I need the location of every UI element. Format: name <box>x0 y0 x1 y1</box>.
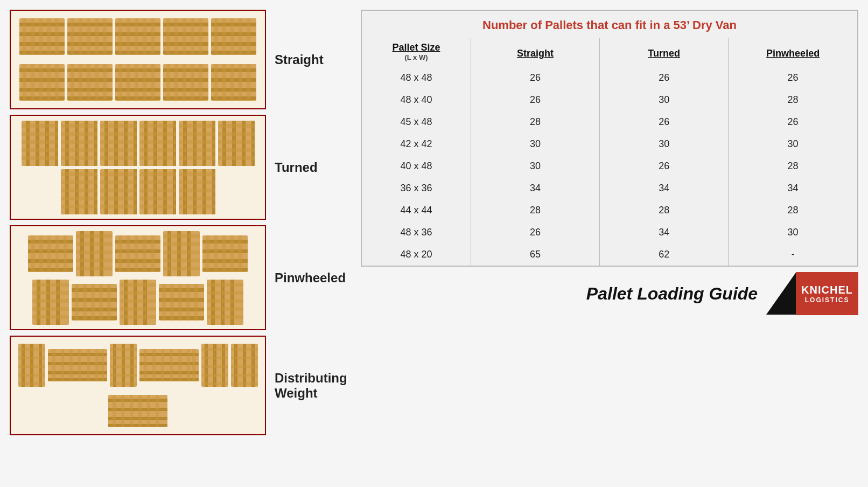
svg-rect-321 <box>110 357 137 359</box>
svg-rect-135 <box>139 124 176 128</box>
cell-turned: 30 <box>600 89 729 111</box>
svg-rect-58 <box>47 64 51 101</box>
pallet-icon <box>32 280 69 325</box>
svg-rect-332 <box>161 349 164 381</box>
svg-rect-38 <box>191 18 194 55</box>
svg-rect-116 <box>61 132 97 136</box>
cell-straight: 26 <box>471 221 599 244</box>
col-pallet-size: Pallet Size (L x W) <box>362 38 471 67</box>
svg-rect-29 <box>151 18 155 55</box>
svg-rect-36 <box>174 18 178 55</box>
pinwheeled-row: Pinwheeled <box>10 225 350 330</box>
svg-rect-88 <box>191 64 194 101</box>
table-row: 48 x 20 65 62 - <box>362 244 857 266</box>
cell-size: 48 x 48 <box>362 67 471 89</box>
svg-rect-37 <box>183 18 186 55</box>
table-row: 44 x 44 28 28 28 <box>362 199 857 221</box>
svg-rect-247 <box>238 235 242 272</box>
svg-rect-129 <box>100 156 137 160</box>
svg-rect-227 <box>143 235 146 272</box>
svg-rect-284 <box>186 284 190 321</box>
svg-rect-15 <box>71 18 74 55</box>
cell-size: 48 x 40 <box>362 89 471 111</box>
svg-rect-275 <box>120 315 156 319</box>
svg-rect-6 <box>31 18 34 55</box>
svg-rect-119 <box>61 156 97 160</box>
cell-size: 45 x 48 <box>362 111 471 133</box>
svg-rect-362 <box>130 395 133 427</box>
svg-rect-17 <box>87 18 90 55</box>
svg-rect-266 <box>107 284 111 321</box>
svg-rect-209 <box>64 235 67 272</box>
svg-rect-331 <box>152 349 156 381</box>
cell-pinwheeled: 28 <box>729 199 857 221</box>
cell-straight: 26 <box>471 89 599 111</box>
cell-pinwheeled: 30 <box>729 221 857 244</box>
svg-rect-126 <box>100 132 137 136</box>
turned-row: Turned <box>10 115 350 220</box>
svg-rect-262 <box>75 284 79 321</box>
svg-rect-167 <box>61 189 97 192</box>
pallet-icon <box>67 18 113 55</box>
straight-header: Straight <box>517 48 554 59</box>
cell-turned: 26 <box>600 155 729 177</box>
svg-rect-59 <box>55 64 59 101</box>
svg-rect-87 <box>183 64 186 101</box>
svg-rect-274 <box>120 307 156 311</box>
svg-rect-48 <box>239 18 242 55</box>
svg-rect-26 <box>127 18 130 55</box>
svg-rect-285 <box>194 284 198 321</box>
pallet-icon <box>179 169 215 214</box>
right-panel: Number of Pallets that can fit in a 53’ … <box>355 0 868 321</box>
svg-rect-78 <box>143 64 146 101</box>
svg-rect-136 <box>139 132 176 136</box>
svg-rect-244 <box>214 235 218 272</box>
svg-rect-315 <box>101 349 104 381</box>
svg-rect-46 <box>222 18 226 55</box>
svg-rect-323 <box>110 374 137 377</box>
straight-label: Straight <box>275 52 350 67</box>
svg-rect-97 <box>230 64 234 101</box>
svg-rect-299 <box>18 348 45 351</box>
cell-straight: 28 <box>471 199 599 221</box>
pallet-icon <box>19 18 65 55</box>
svg-rect-57 <box>39 64 43 101</box>
pallet-icon <box>48 349 107 381</box>
cell-turned: 26 <box>600 67 729 89</box>
svg-rect-5 <box>23 18 26 55</box>
svg-rect-197 <box>179 189 215 192</box>
svg-rect-16 <box>79 18 82 55</box>
distributing-pallet-box <box>10 336 266 435</box>
pallet-size-subheader: (L x W) <box>367 53 465 65</box>
pinwheeled-pallet-box <box>10 225 266 330</box>
turned-label: Turned <box>275 160 350 175</box>
cell-turned: 34 <box>600 221 729 244</box>
table-row: 36 x 36 34 34 34 <box>362 177 857 199</box>
svg-rect-187 <box>139 189 176 192</box>
svg-rect-281 <box>162 284 166 321</box>
distributing-row: DistributingWeight <box>10 336 350 435</box>
table-row: 48 x 40 26 30 28 <box>362 89 857 111</box>
table-row: 48 x 36 26 34 30 <box>362 221 857 244</box>
svg-rect-353 <box>231 374 258 377</box>
cell-straight: 30 <box>471 155 599 177</box>
pallet-icon <box>100 121 137 166</box>
turned-pallet-box <box>10 115 266 220</box>
svg-rect-77 <box>135 64 138 101</box>
svg-rect-294 <box>207 315 243 319</box>
svg-rect-175 <box>100 172 137 176</box>
svg-rect-109 <box>22 156 58 160</box>
turned-header: Turned <box>648 48 680 59</box>
svg-rect-322 <box>110 365 137 368</box>
svg-rect-55 <box>23 64 26 101</box>
svg-rect-176 <box>100 180 137 184</box>
svg-rect-19 <box>103 18 107 55</box>
svg-rect-99 <box>247 64 250 101</box>
col-straight: Straight <box>471 38 599 67</box>
svg-rect-149 <box>179 156 215 160</box>
svg-rect-108 <box>22 148 58 152</box>
svg-rect-300 <box>18 357 45 359</box>
svg-rect-138 <box>139 148 176 152</box>
pallet-icon <box>115 64 160 101</box>
logo-sub: LOGISTICS <box>805 296 850 304</box>
